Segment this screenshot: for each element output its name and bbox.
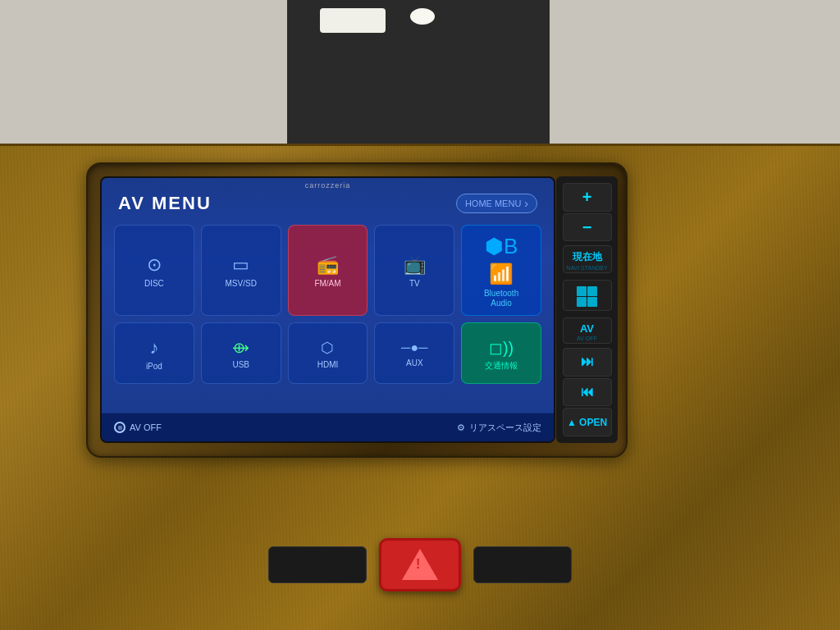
eject-button[interactable]: ▲ OPEN (563, 408, 612, 436)
dashboard: carrozzeria AV MENU HOME MENU ⊙ DISC ▭ M… (0, 144, 840, 630)
brand-label: carrozzeria (305, 181, 351, 189)
aux-button[interactable]: ─●─ AUX (374, 322, 454, 384)
av-off-button[interactable]: ⊗ AV OFF (114, 422, 162, 433)
av-off-label: AV OFF (130, 422, 162, 432)
bluetooth-icon: ⬢B (485, 234, 518, 259)
hdmi-button[interactable]: ⬡ HDMI (288, 322, 368, 384)
room-light-box (320, 8, 386, 33)
ipod-label: iPod (146, 362, 162, 372)
grid-icon (575, 285, 599, 308)
screen-bottom-bar: ⊗ AV OFF ⚙ リアスペース設定 (102, 413, 554, 441)
skip-back-button[interactable]: ⏮ (563, 378, 612, 407)
usb-icon: ⟴ (232, 339, 249, 357)
disc-label: DISC (144, 279, 164, 289)
control-panel: + − 現在地 NAVI STANDBY (556, 176, 618, 443)
navi-standby-label: NAVI STANDBY (566, 265, 607, 271)
rear-settings-label: リアスペース設定 (469, 422, 541, 434)
usb-button[interactable]: ⟴ USB (201, 322, 281, 384)
skip-back-icon: ⏮ (581, 385, 594, 399)
genzaichi-group: 現在地 NAVI STANDBY (563, 245, 612, 273)
av-off-circle-icon: ⊗ (114, 422, 126, 433)
traffic-label: 交通情報 (485, 361, 518, 371)
bottom-right-button[interactable] (473, 546, 572, 583)
bluetooth-audio-label: BluetoothAudio (484, 289, 518, 308)
eject-icon: ▲ OPEN (567, 417, 607, 428)
genzaichi-label: 現在地 (573, 250, 602, 264)
traffic-icon: ◻)) (489, 338, 514, 358)
aux-label: AUX (406, 358, 423, 368)
music-icon: ♪ (149, 337, 158, 358)
aux-icon: ─●─ (401, 340, 427, 355)
disc-button[interactable]: ⊙ DISC (114, 225, 194, 316)
tv-icon: 📺 (404, 254, 426, 276)
tv-button[interactable]: 📺 TV (374, 225, 454, 316)
av-button[interactable]: AV AV OFF (564, 318, 611, 344)
hazard-button[interactable] (379, 538, 461, 591)
skip-forward-button[interactable]: ⏭ (563, 348, 612, 377)
grid-group (563, 280, 612, 310)
fm-am-label: FM/AM (314, 279, 340, 289)
bottom-controls-area (123, 515, 717, 614)
card-icon: ▭ (232, 254, 249, 276)
hazard-triangle-icon (402, 549, 438, 580)
traffic-button[interactable]: ◻)) 交通情報 (461, 322, 541, 384)
av-group: AV AV OFF (563, 317, 612, 344)
av-label: AV (580, 322, 594, 335)
rear-settings-button[interactable]: ⚙ リアスペース設定 (457, 422, 541, 434)
screen-title: AV MENU (118, 193, 212, 214)
skip-fwd-icon: ⏭ (581, 354, 594, 369)
hdmi-label: HDMI (317, 360, 339, 370)
bluetooth-symbol: 📶 (489, 262, 514, 285)
head-unit-bezel: carrozzeria AV MENU HOME MENU ⊙ DISC ▭ M… (86, 162, 628, 458)
screen: carrozzeria AV MENU HOME MENU ⊙ DISC ▭ M… (100, 176, 555, 443)
disc-icon: ⊙ (147, 254, 162, 276)
volume-plus-button[interactable]: + (563, 183, 612, 212)
msv-sd-button[interactable]: ▭ MSV/SD (201, 225, 281, 316)
usb-label: USB (232, 360, 249, 370)
menu-grid: ⊙ DISC ▭ MSV/SD 📻 FM/AM 📺 TV (102, 221, 554, 390)
tv-label: TV (409, 279, 420, 289)
bluetooth-audio-button[interactable]: ⬢B 📶 BluetoothAudio (461, 225, 541, 316)
bottom-left-button[interactable] (268, 546, 367, 583)
volume-minus-button[interactable]: − (563, 213, 612, 242)
settings-icon: ⚙ (457, 422, 465, 433)
fm-am-button[interactable]: 📻 FM/AM (288, 225, 368, 316)
room-light2 (410, 8, 435, 25)
home-menu-button[interactable]: HOME MENU (456, 194, 537, 213)
msv-sd-label: MSV/SD (226, 279, 257, 289)
hdmi-icon: ⬡ (321, 339, 334, 357)
radio-icon: 📻 (317, 254, 339, 276)
genzaichi-button[interactable]: 現在地 NAVI STANDBY (564, 246, 611, 273)
grid-button[interactable] (564, 281, 611, 310)
ipod-button[interactable]: ♪ iPod (114, 322, 194, 384)
av-sub-label: AV OFF (577, 336, 597, 341)
